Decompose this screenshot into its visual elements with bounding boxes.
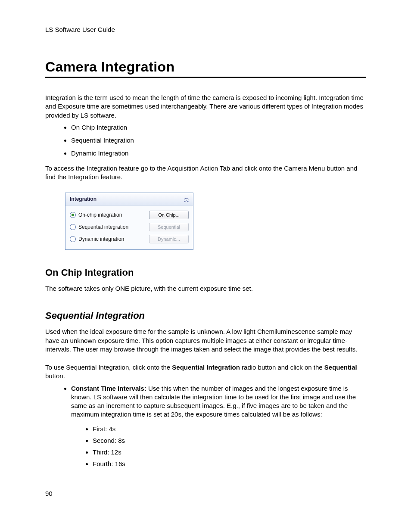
exposure-times-list: First: 4s Second: 8s Third: 12s Fourth: … (45, 425, 366, 467)
panel-row-sequential: Sequential integration Sequential (70, 221, 189, 233)
list-item: Fourth: 16s (93, 460, 366, 467)
radio-label: Dynamic integration (78, 236, 124, 242)
constant-intervals-list: Constant Time Intervals: Use this when t… (45, 384, 366, 419)
sequential-button[interactable]: Sequential (149, 223, 189, 231)
radio-icon (70, 236, 76, 242)
sequential-paragraph-1: Used when the ideal exposure time for th… (45, 327, 366, 354)
text-fragment: button. (45, 372, 65, 380)
radio-onchip[interactable]: On-chip integration (70, 212, 122, 218)
onchip-button[interactable]: On Chip... (149, 211, 189, 219)
integration-panel-body: On-chip integration On Chip... Sequentia… (65, 205, 193, 249)
integration-panel: Integration ︿︿ On-chip integration On Ch… (65, 193, 193, 250)
chapter-divider (45, 77, 366, 78)
dynamic-button[interactable]: Dynamic... (149, 235, 189, 243)
bold-fragment: Sequential Integration (172, 364, 240, 371)
list-item: Dynamic Integration (71, 149, 366, 158)
list-item: On Chip Integration (71, 123, 366, 132)
list-item: Sequential Integration (71, 136, 366, 145)
radio-icon (70, 212, 76, 218)
onchip-heading: On Chip Integration (45, 267, 366, 278)
sequential-paragraph-2: To use Sequential Integration, click ont… (45, 363, 366, 381)
integration-modes-list: On Chip Integration Sequential Integrati… (45, 123, 366, 158)
bold-fragment: Constant Time Intervals: (71, 385, 146, 392)
sequential-heading: Sequential Integration (45, 310, 366, 321)
page-number: 90 (45, 490, 366, 497)
integration-panel-header[interactable]: Integration ︿︿ (65, 193, 193, 205)
list-item: Second: 8s (93, 437, 366, 444)
panel-row-onchip: On-chip integration On Chip... (70, 209, 189, 221)
intro-paragraph-1: Integration is the term used to mean the… (45, 93, 366, 120)
radio-label: Sequential integration (78, 224, 128, 230)
intro-paragraph-2: To access the Integration feature go to … (45, 164, 366, 182)
text-fragment: To use Sequential Integration, click ont… (45, 364, 172, 371)
collapse-icon: ︿︿ (184, 196, 189, 202)
radio-dynamic[interactable]: Dynamic integration (70, 236, 124, 242)
panel-row-dynamic: Dynamic integration Dynamic... (70, 233, 189, 245)
integration-panel-title: Integration (70, 196, 97, 202)
list-item: Third: 12s (93, 448, 366, 456)
document-page: LS Software User Guide Camera Integratio… (0, 0, 411, 514)
chapter-title: Camera Integration (45, 59, 366, 75)
list-item: First: 4s (93, 425, 366, 432)
radio-icon (70, 224, 76, 230)
radio-label: On-chip integration (78, 212, 122, 218)
onchip-paragraph: The software takes only ONE picture, wit… (45, 284, 366, 293)
text-fragment: radio button and click on the (240, 364, 324, 371)
bold-fragment: Sequential (324, 364, 357, 371)
radio-sequential[interactable]: Sequential integration (70, 224, 128, 230)
running-header: LS Software User Guide (45, 26, 366, 33)
list-item: Constant Time Intervals: Use this when t… (71, 384, 366, 419)
